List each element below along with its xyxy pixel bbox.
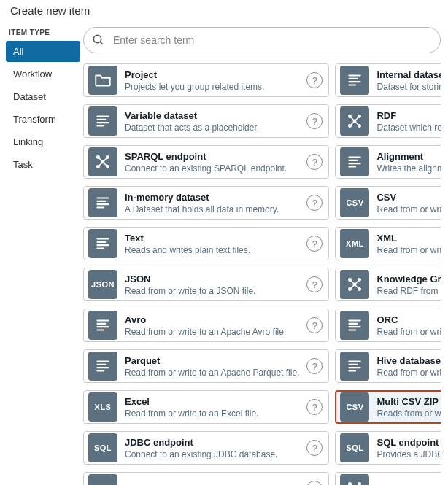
- help-icon[interactable]: ?: [306, 317, 323, 333]
- sidebar-item-all[interactable]: All: [6, 41, 80, 62]
- card-title: Avro: [125, 314, 299, 325]
- card-title: Multi CSV ZIP: [376, 396, 441, 407]
- item-card[interactable]: CSVMulti CSV ZIPReads from or writes to …: [335, 390, 441, 424]
- csv-icon: CSV: [340, 392, 369, 422]
- sidebar-item-workflow[interactable]: Workflow: [6, 63, 80, 85]
- item-card[interactable]: Neo4j?: [335, 472, 441, 485]
- folder-icon: [88, 66, 117, 95]
- card-description: Reads from or writes to multiple CSVs in…: [376, 408, 441, 419]
- help-icon[interactable]: ?: [306, 358, 323, 374]
- item-card[interactable]: XLSExcelRead from or write to an Excel f…: [83, 390, 329, 424]
- card-description: Connect to an existing SPARQL endpoint.: [125, 163, 299, 174]
- sidebar-item-linking[interactable]: Linking: [6, 131, 80, 152]
- card-title: RDF: [376, 110, 441, 121]
- lines-icon: [88, 311, 117, 340]
- item-card[interactable]: Knowledge GraphRead RDF from or write RD…: [335, 268, 441, 301]
- sidebar-header: ITEM TYPE: [6, 27, 80, 41]
- svg-line-45: [350, 280, 355, 285]
- xml-icon: XML: [340, 229, 369, 258]
- item-card[interactable]: Hive databaseRead from or write to an ex…: [335, 349, 441, 383]
- card-description: Read from or write to an Apache Avro fil…: [125, 327, 299, 337]
- card-title: SparkSQL view: [125, 483, 299, 486]
- card-description: Projects let you group related items.: [125, 82, 299, 92]
- csv-icon: CSV: [340, 188, 369, 217]
- help-icon[interactable]: ?: [306, 236, 323, 252]
- svg-line-1: [100, 42, 103, 44]
- graph-icon: [340, 474, 369, 485]
- help-icon[interactable]: ?: [306, 440, 323, 456]
- item-card[interactable]: JSONJSONRead from or write to a JSON fil…: [83, 268, 329, 301]
- card-title: Text: [125, 233, 299, 244]
- item-card[interactable]: ORCRead from or write to an Apache ORC f…: [335, 309, 441, 342]
- card-description: Reads and writes plain text files.: [125, 245, 299, 255]
- item-grid: ProjectProjects let you group related it…: [83, 63, 441, 485]
- help-icon[interactable]: ?: [306, 399, 323, 415]
- card-title: Internal dataset: [376, 69, 441, 80]
- sidebar-item-dataset[interactable]: Dataset: [6, 86, 80, 107]
- card-description: Read from or write to an Apache Parquet …: [125, 368, 299, 378]
- sidebar-item-task[interactable]: Task: [6, 154, 80, 175]
- item-card[interactable]: Internal datasetDataset for storing enti…: [335, 63, 441, 97]
- item-card[interactable]: SQLJDBC endpointConnect to an existing J…: [83, 431, 329, 465]
- item-card[interactable]: ParquetRead from or write to an Apache P…: [83, 349, 329, 383]
- card-title: Hive database: [376, 355, 441, 366]
- search-input[interactable]: [83, 27, 441, 53]
- item-card[interactable]: SQLSparkSQL view?: [83, 472, 329, 485]
- help-icon[interactable]: ?: [306, 72, 323, 88]
- svg-point-0: [93, 35, 101, 43]
- lines-icon: [88, 106, 117, 136]
- svg-line-16: [355, 117, 360, 122]
- card-title: In-memory dataset: [125, 192, 299, 203]
- card-description: A Dataset that holds all data in memory.: [125, 204, 299, 214]
- svg-line-48: [355, 284, 360, 290]
- json-icon: JSON: [88, 270, 117, 299]
- item-card[interactable]: SPARQL endpointConnect to an existing SP…: [83, 145, 329, 179]
- sidebar: ITEM TYPE AllWorkflowDatasetTransformLin…: [0, 27, 80, 485]
- help-icon[interactable]: ?: [306, 276, 323, 292]
- sidebar-item-transform[interactable]: Transform: [6, 109, 80, 130]
- card-description: Dataset that acts as a placeholder.: [125, 123, 299, 133]
- card-description: Writes the alignment format.: [376, 163, 441, 174]
- lines-icon: [340, 352, 369, 381]
- item-card[interactable]: AvroRead from or write to an Apache Avro…: [83, 309, 329, 342]
- graph-icon: [340, 106, 369, 136]
- lines-icon: [88, 229, 117, 258]
- card-description: Read from or write to an existing Hive t…: [376, 368, 441, 378]
- card-title: SQL endpoint: [376, 437, 441, 448]
- sql-icon: SQL: [88, 474, 117, 485]
- help-icon[interactable]: ?: [306, 195, 323, 211]
- svg-line-24: [99, 158, 104, 163]
- sql-icon: SQL: [88, 433, 117, 462]
- item-card[interactable]: In-memory datasetA Dataset that holds al…: [83, 186, 329, 220]
- item-card[interactable]: Variable datasetDataset that acts as a p…: [83, 104, 329, 138]
- lines-icon: [88, 188, 117, 217]
- lines-icon: [340, 147, 369, 176]
- item-card[interactable]: SQLSQL endpointProvides a JDBC endpoint …: [335, 431, 441, 465]
- card-description: Read from or write to an XML file.: [376, 245, 441, 255]
- card-title: Alignment: [376, 151, 441, 162]
- search-icon: [92, 34, 105, 47]
- page-title: Create new item: [0, 0, 448, 27]
- card-title: JSON: [125, 273, 299, 284]
- lines-icon: [88, 352, 117, 381]
- svg-line-25: [103, 158, 108, 163]
- graph-icon: [340, 270, 369, 299]
- svg-line-18: [355, 121, 360, 126]
- item-card[interactable]: AlignmentWrites the alignment format.?: [335, 145, 441, 179]
- card-title: Variable dataset: [125, 110, 299, 121]
- help-icon[interactable]: ?: [306, 113, 323, 129]
- card-title: ORC: [376, 314, 441, 325]
- svg-line-15: [350, 117, 355, 122]
- item-card[interactable]: XMLXMLRead from or write to an XML file.…: [335, 227, 441, 260]
- svg-line-46: [355, 280, 360, 285]
- card-title: XML: [376, 233, 441, 244]
- help-icon[interactable]: ?: [306, 481, 323, 485]
- help-icon[interactable]: ?: [306, 154, 323, 170]
- item-card[interactable]: CSVCSVRead from or write to an CSV file.…: [335, 186, 441, 220]
- sql-icon: SQL: [340, 433, 369, 462]
- item-card[interactable]: ProjectProjects let you group related it…: [83, 63, 329, 97]
- item-card[interactable]: TextReads and writes plain text files.?: [83, 227, 329, 260]
- card-description: Connect to an existing JDBC database.: [125, 449, 299, 459]
- svg-line-47: [350, 284, 355, 290]
- item-card[interactable]: RDFDataset which retrieves and stores RD…: [335, 104, 441, 138]
